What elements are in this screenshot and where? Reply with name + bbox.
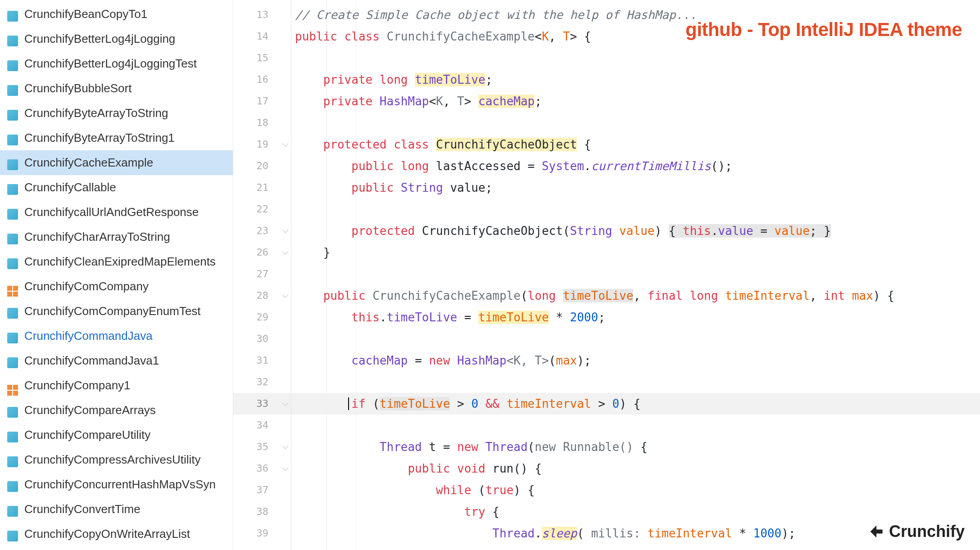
tree-item-label: CrunchifyCharArrayToString	[24, 230, 170, 244]
tree-item-label: CrunchifyConvertTime	[24, 502, 141, 516]
line-number: 18	[233, 112, 291, 134]
code-line	[291, 112, 980, 134]
tree-item-label: CrunchifyBetterLog4jLoggingTest	[24, 57, 197, 71]
class-icon	[7, 9, 19, 20]
package-icon	[7, 281, 19, 293]
fold-toggle-icon[interactable]	[282, 141, 289, 148]
tree-item-label: CrunchifyCompareUtility	[24, 428, 150, 442]
tree-item[interactable]: CrunchifyBubbleSort	[0, 76, 233, 101]
tree-item-label: CrunchifyCallable	[24, 180, 116, 194]
code-line: public String value;	[291, 177, 980, 198]
code-line	[291, 371, 980, 393]
line-number: 20	[233, 155, 291, 177]
tree-item-label: CrunchifyConcurrentHashMapVsSyn	[24, 478, 216, 491]
line-number: 17	[233, 90, 291, 112]
tree-item[interactable]: CrunchifyCompressArchivesUtility	[0, 447, 233, 472]
tree-item[interactable]: CrunchifyCommandJava	[0, 324, 233, 348]
tree-item[interactable]: CrunchifyCharArrayToString	[0, 225, 233, 249]
class-icon	[7, 182, 19, 194]
code-line: while (true) {	[291, 479, 980, 501]
tree-item[interactable]: CrunchifyCleanExipredMapElements	[0, 249, 233, 274]
class-icon	[7, 454, 19, 466]
tree-item-label: CrunchifyCompany1	[24, 379, 131, 392]
line-number: 29	[233, 307, 291, 328]
tree-item-label: CrunchifyCompressArchivesUtility	[24, 453, 201, 467]
brand-watermark: Crunchify	[868, 522, 965, 541]
tree-item-label: CrunchifyCommandJava1	[24, 354, 159, 368]
line-number: 21	[233, 177, 291, 198]
class-icon	[7, 256, 19, 268]
class-icon	[7, 83, 19, 95]
tree-item[interactable]: CrunchifyComCompanyEnumTest	[0, 299, 233, 324]
tree-item[interactable]: CrunchifyCopyOnWriteArrayList	[0, 522, 233, 546]
line-number: 27	[233, 263, 291, 285]
fold-toggle-icon[interactable]	[282, 249, 289, 256]
tree-item[interactable]: CrunchifyCacheExample	[0, 150, 233, 175]
class-icon	[7, 479, 19, 491]
code-line: }	[291, 242, 980, 263]
code-editor[interactable]: // Create Simple Cache object with the h…	[291, 0, 980, 550]
code-line	[291, 415, 980, 436]
code-line: protected CrunchifyCacheObject(String va…	[291, 220, 980, 242]
tree-item[interactable]: CrunchifycallUrlAndGetResponse	[0, 200, 233, 225]
class-icon	[7, 207, 19, 218]
tree-item[interactable]: CrunchifyCompany1	[0, 373, 233, 398]
tree-item[interactable]: CrunchifyCallable	[0, 175, 233, 200]
class-icon	[7, 405, 19, 416]
tree-item[interactable]: CrunchifyBetterLog4jLogging	[0, 27, 233, 51]
tree-item-label: CrunchifycallUrlAndGetResponse	[24, 205, 199, 219]
fold-toggle-icon[interactable]	[282, 443, 289, 451]
tree-item[interactable]: CrunchifyConvertTime	[0, 497, 233, 522]
tree-item-label: CrunchifyCacheExample	[24, 156, 153, 170]
line-number: 37	[233, 479, 291, 501]
line-number: 15	[233, 47, 291, 69]
fold-toggle-icon[interactable]	[282, 400, 289, 407]
tree-item[interactable]: CrunchifyComCompany	[0, 274, 233, 299]
line-number: 38	[233, 501, 291, 523]
line-number: 30	[233, 328, 291, 350]
tree-item-label: CrunchifyBetterLog4jLogging	[24, 32, 175, 46]
code-line: if (timeToLive > 0 && timeInterval > 0) …	[291, 393, 980, 415]
fold-toggle-icon[interactable]	[282, 227, 289, 234]
line-number: 13	[233, 4, 291, 26]
tree-item[interactable]: CrunchifyCompareUtility	[0, 423, 233, 447]
code-line: try {	[291, 501, 980, 523]
line-number-gutter: 1314151617181920212223262728293031323334…	[233, 0, 291, 550]
tree-item-label: CrunchifyBubbleSort	[24, 81, 132, 95]
code-line	[291, 198, 980, 220]
line-number: 26	[233, 242, 291, 263]
file-tree[interactable]: CrunchifyBeanCopyTo1CrunchifyBetterLog4j…	[0, 0, 233, 550]
tree-item[interactable]: CrunchifyByteArrayToString	[0, 101, 233, 126]
tree-item[interactable]: CrunchifyBetterLog4jLoggingTest	[0, 51, 233, 76]
tree-item-label: CrunchifyComCompany	[24, 280, 149, 293]
code-line: cacheMap = new HashMap<K, T>(max);	[291, 350, 980, 371]
code-line	[291, 328, 980, 350]
line-number: 39	[233, 523, 291, 544]
code-line	[291, 263, 980, 285]
class-icon	[7, 157, 19, 169]
class-icon	[7, 330, 19, 342]
tree-item-label: CrunchifyCompareArrays	[24, 403, 156, 417]
class-icon	[7, 231, 19, 243]
tree-item[interactable]: CrunchifyConcurrentHashMapVsSyn	[0, 472, 233, 497]
tree-item-label: CrunchifyCommandJava	[24, 329, 153, 343]
line-number: 16	[233, 69, 291, 90]
code-line: this.timeToLive = timeToLive * 2000;	[291, 307, 980, 328]
tree-item[interactable]: CrunchifyCommandJava1	[0, 348, 233, 373]
line-number: 36	[233, 458, 291, 479]
fold-toggle-icon[interactable]	[282, 465, 289, 472]
tree-item[interactable]: CrunchifyBeanCopyTo1	[0, 2, 233, 27]
tree-item[interactable]: CrunchifyByteArrayToString1	[0, 126, 233, 150]
brand-icon	[868, 523, 885, 540]
line-number: 31	[233, 350, 291, 371]
package-icon	[7, 380, 19, 392]
code-line: public void run() {	[291, 458, 980, 479]
class-icon	[7, 355, 19, 367]
tree-item[interactable]: CrunchifyCompareArrays	[0, 398, 233, 423]
tree-item-label: CrunchifyCleanExipredMapElements	[24, 255, 216, 269]
theme-title-overlay: github - Top IntelliJ IDEA theme	[685, 19, 962, 41]
fold-toggle-icon[interactable]	[282, 292, 289, 299]
tree-item-label: CrunchifyComCompanyEnumTest	[24, 304, 201, 318]
line-number: 35	[233, 436, 291, 458]
code-line: private HashMap<K, T> cacheMap;	[291, 90, 980, 112]
